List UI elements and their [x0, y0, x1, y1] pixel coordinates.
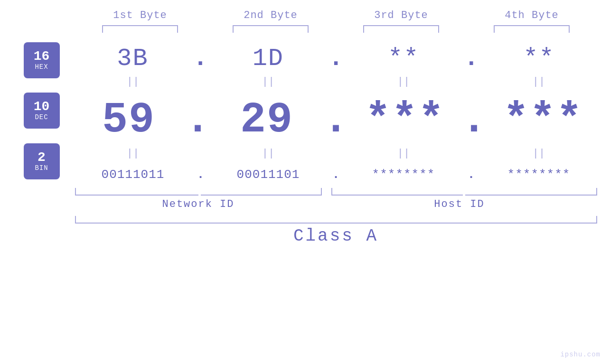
host-id-label: Host ID — [322, 198, 597, 210]
bracket-cell-4 — [467, 25, 597, 33]
dec-dot-2: . — [323, 96, 348, 144]
network-id-label: Network ID — [75, 198, 322, 210]
values-grid: 3B . 1D . ** . ** || || || || 59 — [73, 37, 600, 184]
hex-b1: 3B — [73, 45, 193, 73]
dec-dot-3: . — [461, 96, 487, 144]
hex-dot-2: . — [328, 45, 343, 73]
hex-badge: 16 HEX — [24, 42, 60, 78]
equals-row-1: || || || || — [73, 75, 600, 89]
class-bracket-row — [75, 216, 597, 224]
watermark: ipshu.com — [560, 351, 601, 358]
bracket-top-2 — [233, 25, 309, 33]
eq1-b1: || — [73, 76, 194, 88]
bin-b4: ******** — [479, 168, 600, 182]
equals-row-2: || || || || — [73, 147, 600, 160]
hex-dot-1: . — [193, 45, 208, 73]
bin-b3: ******** — [343, 168, 464, 182]
byte-headers: 1st Byte 2nd Byte 3rd Byte 4th Byte — [75, 9, 597, 21]
byte3-header: 3rd Byte — [336, 9, 467, 21]
bracket-top-4 — [494, 25, 570, 33]
hex-badge-number: 16 — [34, 50, 50, 63]
dec-row: 59 . 29 . *** . *** — [73, 89, 600, 147]
byte4-header: 4th Byte — [467, 9, 597, 21]
bin-b1: 00111011 — [73, 168, 194, 182]
class-label-row: Class A — [75, 226, 597, 246]
network-bracket-left — [75, 188, 198, 196]
dec-badge-number: 10 — [34, 100, 50, 113]
top-brackets — [75, 25, 597, 33]
byte1-header: 1st Byte — [75, 9, 206, 21]
class-bracket — [75, 216, 597, 224]
bin-row: 00111011 . 00011101 . ******** . *******… — [73, 160, 600, 184]
bracket-cell-3 — [336, 25, 467, 33]
eq2-b4: || — [479, 148, 600, 159]
hex-row: 3B . 1D . ** . ** — [73, 37, 600, 75]
bin-b2: 00011101 — [208, 168, 329, 182]
dec-b4: *** — [487, 96, 600, 144]
bin-dot-3: . — [464, 168, 479, 182]
bin-badge-label: BIN — [35, 164, 48, 172]
eq2-b2: || — [208, 148, 329, 159]
hex-b2: 1D — [208, 45, 328, 73]
dec-badge: 10 DEC — [24, 93, 60, 129]
dec-badge-label: DEC — [35, 113, 48, 121]
bottom-brackets — [75, 188, 597, 196]
eq2-b3: || — [343, 148, 464, 159]
bracket-cell-2 — [206, 25, 336, 33]
class-label: Class A — [293, 226, 378, 246]
hex-badge-label: HEX — [35, 63, 48, 71]
bin-badge: 2 BIN — [24, 143, 60, 179]
network-bracket-right — [201, 188, 322, 196]
bin-badge-number: 2 — [38, 151, 46, 164]
main-container: 1st Byte 2nd Byte 3rd Byte 4th Byte 16 H… — [0, 0, 610, 364]
dec-b3: *** — [349, 96, 461, 144]
host-bracket-right — [465, 188, 597, 196]
content-area: 16 HEX 10 DEC 2 BIN 3B . 1D . ** . ** — [11, 37, 600, 184]
eq1-b4: || — [479, 76, 600, 88]
bracket-top-1 — [102, 25, 178, 33]
badges-column: 16 HEX 10 DEC 2 BIN — [11, 37, 73, 184]
hex-b4: ** — [479, 45, 599, 73]
byte2-header: 2nd Byte — [206, 9, 336, 21]
hex-b3: ** — [343, 45, 464, 73]
eq2-b1: || — [73, 148, 194, 159]
host-bracket-left — [331, 188, 463, 196]
dec-dot-1: . — [185, 96, 210, 144]
bin-dot-1: . — [194, 168, 208, 182]
bin-dot-2: . — [329, 168, 343, 182]
hex-dot-3: . — [464, 45, 479, 73]
bracket-top-3 — [363, 25, 439, 33]
dec-b1: 59 — [73, 96, 185, 144]
id-labels-row: Network ID Host ID — [75, 198, 597, 210]
eq1-b2: || — [208, 76, 329, 88]
dec-b2: 29 — [211, 96, 323, 144]
bracket-cell-1 — [75, 25, 206, 33]
eq1-b3: || — [343, 76, 464, 88]
